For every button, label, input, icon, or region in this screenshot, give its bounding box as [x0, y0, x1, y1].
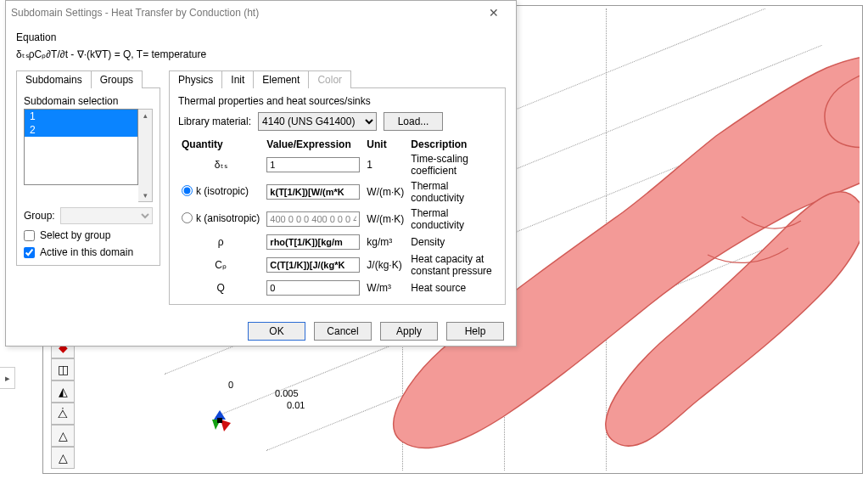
tab-groups[interactable]: Groups: [91, 70, 143, 88]
subdomain-listbox[interactable]: 1 2: [24, 109, 138, 185]
tool-frame-icon[interactable]: ◫: [51, 358, 75, 380]
group-label: Group:: [24, 210, 55, 222]
equation-label: Equation: [16, 31, 506, 43]
q-kaniso: k (anisotropic): [196, 212, 260, 224]
cancel-button[interactable]: Cancel: [314, 322, 372, 341]
tab-element[interactable]: Element: [253, 70, 309, 88]
library-material-select[interactable]: 4140 (UNS G41400): [258, 112, 377, 131]
axis-triad-icon: [207, 408, 232, 433]
apply-button[interactable]: Apply: [380, 322, 438, 341]
properties-description: Thermal properties and heat sources/sink…: [178, 95, 496, 107]
active-in-domain-checkbox[interactable]: [24, 247, 35, 258]
tab-color: Color: [308, 70, 351, 88]
radio-k-isotropic[interactable]: [182, 185, 193, 196]
active-in-domain-label: Active in this domain: [40, 246, 133, 258]
val-Q[interactable]: [266, 280, 360, 296]
col-unit: Unit: [363, 138, 407, 151]
unit-kiso: W/(m·K): [363, 178, 407, 206]
tool-flip-icon[interactable]: ◭: [51, 380, 75, 403]
q-Q: Q: [178, 279, 263, 297]
active-in-domain-row[interactable]: Active in this domain: [24, 246, 153, 258]
tool-triangle2-icon[interactable]: △: [51, 447, 75, 469]
q-kiso: k (isotropic): [196, 185, 249, 197]
val-cp[interactable]: [266, 257, 360, 273]
tool-mirror-icon[interactable]: ⧊: [51, 403, 75, 425]
select-by-group-label: Select by group: [40, 229, 110, 241]
axis-ticks: 0 0.005 0.01: [275, 379, 305, 411]
radio-k-anisotropic[interactable]: [182, 212, 193, 223]
val-kiso[interactable]: [266, 184, 360, 200]
tab-physics[interactable]: Physics: [169, 70, 222, 88]
close-icon[interactable]: ✕: [477, 3, 511, 22]
val-dts[interactable]: [266, 157, 360, 172]
dialog-title: Subdomain Settings - Heat Transfer by Co…: [11, 7, 259, 19]
tool-triangle-icon[interactable]: △: [51, 425, 75, 447]
unit-Q: W/m³: [363, 279, 407, 297]
q-cp: Cₚ: [178, 251, 263, 279]
equation-text: δₜₛρCₚ∂T/∂t - ∇·(k∇T) = Q, T= temperatur…: [16, 47, 506, 69]
listbox-scrollbar[interactable]: [138, 109, 153, 202]
desc-rho: Density: [407, 233, 496, 251]
col-description: Description: [407, 138, 496, 151]
q-dts: δₜₛ: [178, 151, 263, 178]
help-button[interactable]: Help: [446, 322, 504, 341]
subdomain-settings-dialog: Subdomain Settings - Heat Transfer by Co…: [5, 0, 517, 347]
q-rho: ρ: [178, 233, 263, 251]
col-value: Value/Expression: [263, 138, 363, 151]
list-item[interactable]: 1: [25, 110, 137, 123]
desc-dts: Time-scaling coefficient: [407, 151, 496, 178]
val-kaniso[interactable]: [266, 211, 360, 227]
val-rho[interactable]: [266, 234, 360, 250]
left-flyout-icon[interactable]: ▸: [0, 367, 15, 389]
dialog-titlebar[interactable]: Subdomain Settings - Heat Transfer by Co…: [6, 1, 516, 25]
library-material-label: Library material:: [178, 116, 251, 127]
load-button[interactable]: Load...: [384, 112, 443, 131]
unit-kaniso: W/(m·K): [363, 206, 407, 233]
svg-rect-3: [217, 418, 222, 423]
select-by-group-checkbox[interactable]: [24, 230, 35, 241]
ok-button[interactable]: OK: [248, 322, 305, 341]
desc-cp: Heat capacity at constant pressure: [407, 251, 496, 279]
subdomain-selection-label: Subdomain selection: [24, 95, 153, 107]
unit-cp: J/(kg·K): [363, 251, 407, 279]
tab-subdomains[interactable]: Subdomains: [16, 70, 92, 88]
desc-kiso: Thermal conductivity: [407, 178, 496, 206]
unit-rho: kg/m³: [363, 233, 407, 251]
unit-dts: 1: [363, 151, 407, 178]
tab-init[interactable]: Init: [221, 70, 254, 88]
select-by-group-row[interactable]: Select by group: [24, 229, 153, 241]
list-item[interactable]: 2: [25, 123, 137, 137]
group-select[interactable]: [60, 207, 153, 224]
col-quantity: Quantity: [178, 138, 263, 151]
desc-kaniso: Thermal conductivity: [407, 206, 496, 233]
desc-Q: Heat source: [407, 279, 496, 297]
